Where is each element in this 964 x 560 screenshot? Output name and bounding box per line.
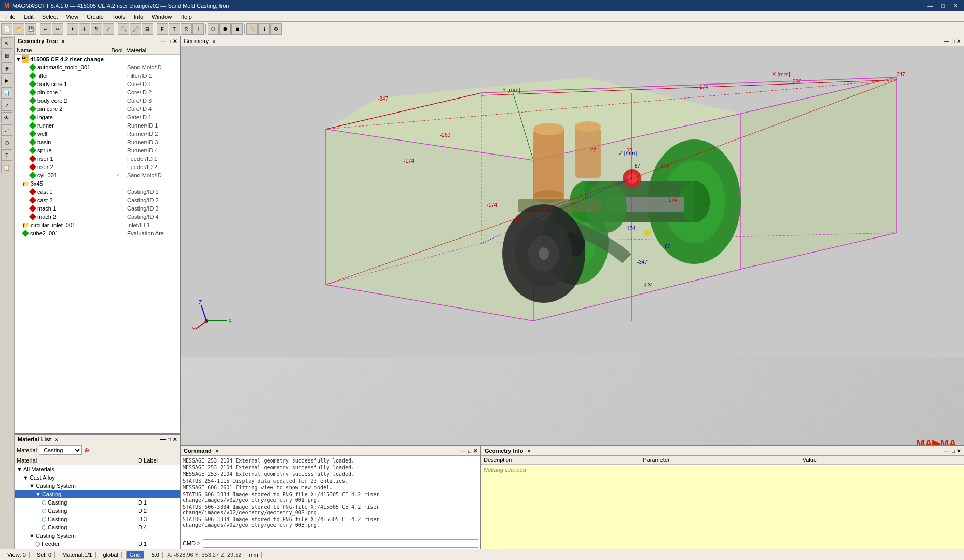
geo-tree-maximize[interactable]: □ (168, 38, 171, 44)
tree-item[interactable]: riser 2·Feeder/ID 2 (15, 163, 180, 171)
sidebar-icon-pointer[interactable]: ↖ (1, 37, 12, 49)
geo-info-maximize[interactable]: □ (952, 448, 955, 454)
sidebar-icon-material[interactable]: ◈ (1, 62, 12, 74)
mat-item[interactable]: ⬡FeederID 1 (15, 540, 180, 548)
geo-info-minimize[interactable]: — (944, 448, 949, 454)
mat-expand-2[interactable]: ▼ (29, 483, 35, 489)
toolbar-wire[interactable]: ⬡ (208, 23, 219, 35)
geo-info-close[interactable]: ✕ (957, 448, 961, 454)
material-list-tab-close[interactable]: ✕ (54, 438, 58, 442)
tree-item[interactable]: ▶📁3x45 (15, 179, 180, 188)
tree-item[interactable]: filter·Filter/ID 1 (15, 72, 180, 80)
tree-expand-19[interactable]: ▶ (16, 222, 23, 229)
mat-item[interactable]: ⬡CastingID 3 (15, 515, 180, 523)
mat-item[interactable]: ⬡CastingID 2 (15, 507, 180, 515)
mat-list-maximize[interactable]: □ (168, 437, 171, 442)
tree-item[interactable]: body core 2·Core/ID 3 (15, 96, 180, 105)
sidebar-icon-process[interactable]: ▶ (1, 75, 12, 86)
toolbar-solid[interactable]: ⬢ (219, 23, 231, 35)
command-panel-tab[interactable]: Command ✕ (184, 447, 219, 454)
viewport-tab[interactable]: Geometry ✕ (184, 38, 216, 44)
toolbar-measure[interactable]: 📏 (246, 23, 258, 35)
geometry-info-tab[interactable]: Geometry Info ✕ (485, 447, 531, 454)
toolbar-open[interactable]: 📂 (13, 23, 24, 35)
geometry-tree-tab[interactable]: Geometry Tree ✕ (18, 38, 65, 44)
menu-item-select[interactable]: Select (38, 12, 62, 21)
menu-item-window[interactable]: Window (147, 12, 176, 21)
maximize-button[interactable]: □ (939, 3, 947, 9)
mat-item[interactable]: ▼Casting System (15, 531, 180, 540)
mat-expand-3[interactable]: ▼ (35, 491, 41, 497)
tree-item[interactable]: cast 1·Casting/ID 1 (15, 188, 180, 196)
material-filter-dropdown[interactable]: Casting All Sand Mold Core Feeder (39, 445, 82, 455)
menu-item-file[interactable]: File (2, 12, 20, 21)
mat-item[interactable]: ⬡CastingID 1 (15, 498, 180, 507)
sidebar-icon-results[interactable]: 📊 (1, 87, 12, 99)
mat-list-minimize[interactable]: — (160, 437, 166, 442)
toolbar-view-iso[interactable]: I (192, 23, 204, 35)
tree-item[interactable]: pin core 1·Core/ID 2 (15, 88, 180, 96)
status-grid-button[interactable]: Grid (126, 551, 144, 559)
toolbar-new[interactable]: 📄 (1, 23, 12, 35)
menu-item-help[interactable]: Help (176, 12, 196, 21)
toolbar-redo[interactable]: ↪ (52, 23, 63, 35)
tree-item[interactable]: ingate·Gate/ID 1 (15, 113, 180, 121)
tree-item[interactable]: mach 1·Casting/ID 3 (15, 204, 180, 213)
toolbar-move[interactable]: ✛ (79, 23, 90, 35)
sidebar-icon-view[interactable]: 👁 (1, 112, 12, 123)
command-tab-close[interactable]: ✕ (215, 449, 219, 454)
material-list-tab[interactable]: Material List ✕ (18, 436, 58, 442)
toolbar-undo[interactable]: ↩ (40, 23, 51, 35)
toolbar-scale[interactable]: ⤢ (103, 23, 114, 35)
toolbar-view-right[interactable]: R (181, 23, 192, 35)
sidebar-icon-report[interactable]: 📋 (1, 162, 12, 173)
sidebar-icon-mesh[interactable]: ⊞ (1, 50, 12, 61)
tree-item[interactable]: body core 1·Core/ID 1 (15, 80, 180, 88)
cmd-minimize[interactable]: — (461, 448, 466, 454)
mat-expand-0[interactable]: ▼ (17, 466, 22, 472)
toolbar-shade[interactable]: ◼ (231, 23, 243, 35)
sidebar-icon-quality[interactable]: ✓ (1, 100, 12, 111)
geometry-viewport-bg[interactable]: X [mm] 347 260 174 -347 -260 -174 (181, 46, 964, 445)
mat-item[interactable]: ▼Casting (15, 490, 180, 498)
menu-item-view[interactable]: View (62, 12, 82, 21)
tree-item[interactable]: ▶📁circular_inlet_001·Inlet/ID 1 (15, 221, 180, 229)
tree-item[interactable]: automatic_mold_001·Sand Mold/ID (15, 63, 180, 72)
tree-item[interactable]: runner·Runner/ID 1 (15, 121, 180, 130)
mat-expand-8[interactable]: ▼ (29, 533, 35, 539)
toolbar-view-front[interactable]: F (157, 23, 168, 35)
tree-item[interactable]: riser 1·Feeder/ID 1 (15, 155, 180, 163)
viewport[interactable]: Geometry ✕ — □ ✕ (181, 36, 964, 445)
tree-item[interactable]: cyl_001·'Sand Mold/ID (15, 171, 180, 179)
mat-add-btn[interactable]: ⊕ (84, 446, 89, 454)
tree-item[interactable]: cube2_001·Evaluation Are (15, 229, 180, 237)
toolbar-zoom-in[interactable]: 🔍 (118, 23, 129, 35)
sidebar-icon-geo[interactable]: ⬡ (1, 137, 12, 148)
tree-item[interactable]: mach 2·Casting/ID 4 (15, 213, 180, 221)
cmd-maximize[interactable]: □ (468, 448, 471, 454)
toolbar-view-top[interactable]: T (169, 23, 180, 35)
menu-item-info[interactable]: Info (130, 12, 147, 21)
tree-item[interactable]: cast 2·Casting/ID 2 (15, 196, 180, 204)
geo-tree-close[interactable]: ✕ (173, 38, 177, 44)
viewport-close[interactable]: ✕ (957, 38, 961, 44)
toolbar-zoom-out[interactable]: 🔎 (130, 23, 141, 35)
viewport-maximize[interactable]: □ (952, 38, 955, 44)
menu-item-edit[interactable]: Edit (20, 12, 38, 21)
tree-item[interactable]: sprue·Runner/ID 4 (15, 146, 180, 155)
toolbar-select[interactable]: ✦ (67, 23, 78, 35)
toolbar-save[interactable]: 💾 (25, 23, 36, 35)
tree-root-expand[interactable]: ▼ (16, 56, 22, 62)
tree-item[interactable]: basin·Runner/ID 3 (15, 138, 180, 146)
menu-item-create[interactable]: Create (82, 12, 108, 21)
mat-expand-1[interactable]: ▼ (23, 474, 29, 481)
toolbar-info[interactable]: ℹ (258, 23, 270, 35)
viewport-minimize[interactable]: — (944, 38, 949, 44)
menu-item-tools[interactable]: Tools (108, 12, 130, 21)
geometry-info-tab-close[interactable]: ✕ (527, 449, 531, 454)
sidebar-icon-compare[interactable]: ⇌ (1, 124, 12, 136)
sidebar-icon-calc[interactable]: ∑ (1, 149, 12, 161)
cmd-close[interactable]: ✕ (473, 448, 477, 454)
viewport-tab-close[interactable]: ✕ (212, 39, 216, 44)
mat-item[interactable]: ▼Cast Alloy (15, 473, 180, 482)
